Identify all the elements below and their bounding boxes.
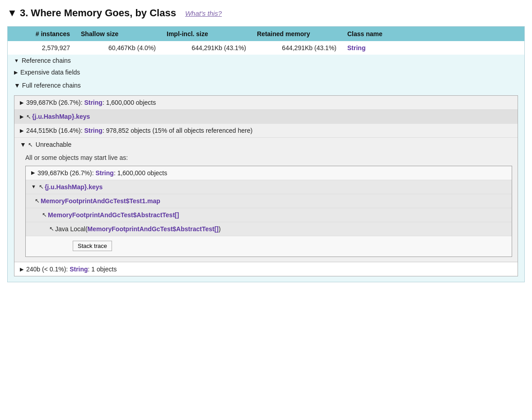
inner5-text: Java Local(MemoryFootprintAndGcTest$Abst… [55,225,221,233]
section-header: ▼ 3. Where Memory Goes, by Class What's … [7,7,525,19]
inner4-backslash: ↖ [42,211,47,218]
chains-box: ▶ 399,687Kb (26.7%): String: 1,600,000 o… [14,95,518,276]
unreachable-text: Unreachable [36,141,71,148]
expensive-data-label: Expensive data fields [20,69,80,76]
chain2-arrow: ▶ [20,114,23,120]
col-retained: Retained memory [252,27,342,41]
cell-impl: 644,291Kb (43.1%) [161,41,252,55]
inner-box: ▶ 399,687Kb (26.7%): String: 1,600,000 o… [25,166,512,257]
last-chain-text: 240b (< 0.1%): String: 1 objects [26,266,117,273]
inner5-backslash: ↖ [49,225,54,232]
chain-row-1[interactable]: ▶ 399,687Kb (26.7%): String: 1,600,000 o… [14,96,518,110]
inner1-link[interactable]: String [95,169,113,177]
chain-row-3[interactable]: ▶ 244,515Kb (16.4%): String: 978,852 obj… [14,124,518,138]
section-title: ▼ 3. Where Memory Goes, by Class [7,7,176,19]
inner-row-2[interactable]: ▼ ↖ {j.u.HashMap}.keys [26,180,512,194]
chain3-text-rest: : 978,852 objects (15% of all objects re… [103,127,252,134]
last-chain-arrow: ▶ [20,266,23,272]
chain2-backslash: ↖ [26,113,31,120]
cell-shallow: 60,467Kb (4.0%) [75,41,161,55]
cell-retained: 644,291Kb (43.1%) [252,41,342,55]
inner1-arrow: ▶ [31,170,35,176]
inner1-rest: : 1,600,000 objects [114,169,167,177]
full-ref-arrow: ▼ [14,82,20,89]
chain2-link[interactable]: {j.u.HashMap}.keys [32,113,90,120]
inner2-arrow: ▼ [31,184,36,189]
chain1-text-plain: 399,687Kb (26.7%): [26,99,84,106]
inner4-link[interactable]: MemoryFootprintAndGcTest$AbstractTest[] [48,211,179,219]
inner-row-5[interactable]: ↖ Java Local(MemoryFootprintAndGcTest$Ab… [26,222,512,236]
col-shallow: Shallow size [75,27,161,41]
inner3-backslash: ↖ [35,197,40,204]
inner1-plain: 399,687Kb (26.7%): [37,169,95,177]
inner5-rest: ) [219,225,221,233]
cell-instances: 2,579,927 [8,41,75,55]
chain3-link[interactable]: String [84,127,102,134]
reference-chains-row[interactable]: ▼ Reference chains [8,55,524,66]
inner3-link[interactable]: MemoryFootprintAndGcTest$Test1.map [41,197,160,205]
unreachable-arrow: ▼ [20,141,26,148]
table-header-row: # instances Shallow size Impl-incl. size… [8,27,524,41]
inner-row-1[interactable]: ▶ 399,687Kb (26.7%): String: 1,600,000 o… [26,166,512,180]
ref-chains-label: Reference chains [22,57,71,64]
main-content-container: # instances Shallow size Impl-incl. size… [7,26,525,282]
last-chain-row[interactable]: ▶ 240b (< 0.1%): String: 1 objects [14,262,518,276]
last-chain-link[interactable]: String [70,266,88,273]
chain-row-2[interactable]: ▶ ↖ {j.u.HashMap}.keys [14,110,518,124]
chain1-link[interactable]: String [84,99,102,106]
expensive-data-arrow: ▶ [14,70,18,75]
full-ref-text: Full reference chains [22,82,81,89]
whats-this-link[interactable]: What's this? [185,9,222,17]
full-ref-label[interactable]: ▼ Full reference chains [14,82,518,89]
unreachable-label[interactable]: ▼ ↖ Unreachable [14,138,518,151]
col-instances: # instances [8,27,75,41]
inner2-backslash: ↖ [39,183,44,190]
last-chain-rest: : 1 objects [88,266,117,273]
unreachable-section: ▼ ↖ Unreachable All or some objects may … [14,138,518,262]
chain3-arrow: ▶ [20,128,23,134]
col-impl: Impl-incl. size [161,27,252,41]
inner1-text: 399,687Kb (26.7%): String: 1,600,000 obj… [37,169,167,177]
full-ref-section: ▼ Full reference chains [8,78,524,89]
col-classname: Class name [342,27,524,41]
expensive-data-row[interactable]: ▶ Expensive data fields [8,66,524,78]
chain3-text: 244,515Kb (16.4%): String: 978,852 objec… [26,127,252,134]
unreachable-backslash: ↖ [28,141,33,148]
memory-table: # instances Shallow size Impl-incl. size… [8,27,524,55]
objects-may-start: All or some objects may start live as: [14,151,518,166]
chain1-text-rest: : 1,600,000 objects [103,99,156,106]
chain1-arrow: ▶ [20,100,23,106]
collapse-arrow[interactable]: ▼ [7,7,17,19]
chain1-text: 399,687Kb (26.7%): String: 1,600,000 obj… [26,99,156,106]
chain3-text-plain: 244,515Kb (16.4%): [26,127,84,134]
section-title-text: 3. Where Memory Goes, by Class [20,7,176,19]
table-row: 2,579,927 60,467Kb (4.0%) 644,291Kb (43.… [8,41,524,55]
inner5-plain: Java Local( [55,225,88,233]
inner5-link[interactable]: MemoryFootprintAndGcTest$AbstractTest[] [88,225,219,233]
last-chain-plain: 240b (< 0.1%): [26,266,70,273]
inner2-link[interactable]: {j.u.HashMap}.keys [45,183,103,191]
ref-chains-arrow: ▼ [14,58,19,63]
inner-row-3[interactable]: ↖ MemoryFootprintAndGcTest$Test1.map [26,194,512,208]
inner-row-4[interactable]: ↖ MemoryFootprintAndGcTest$AbstractTest[… [26,208,512,222]
cell-classname: String [342,41,524,55]
stack-trace-button[interactable]: Stack trace [73,241,112,251]
classname-link[interactable]: String [347,44,365,51]
stack-trace-container: Stack trace [26,236,512,257]
